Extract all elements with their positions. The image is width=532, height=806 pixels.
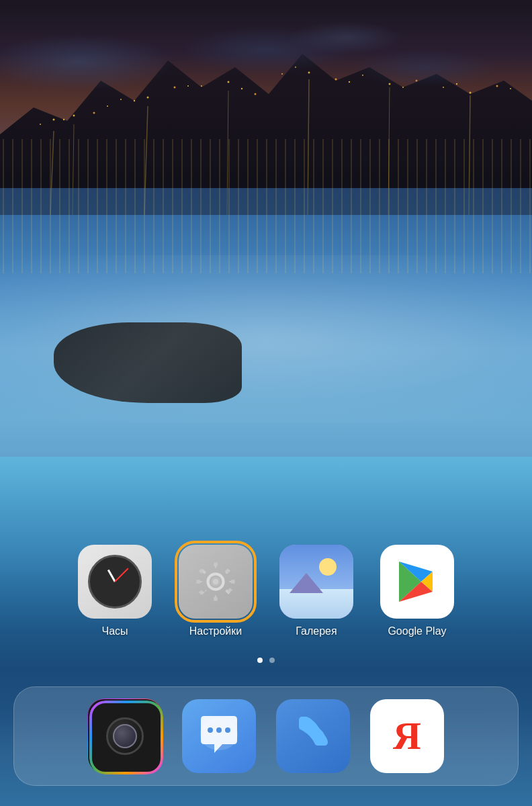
dock-messages-wrapper[interactable] [182, 699, 256, 773]
app-clock-label: Часы [101, 625, 128, 637]
dock-yandex-icon[interactable]: Я [370, 699, 444, 773]
dock-camera-wrapper[interactable] [88, 699, 162, 773]
dock-phone-icon[interactable] [276, 699, 350, 773]
svg-point-40 [213, 579, 218, 584]
app-gallery-wrapper[interactable]: Галерея [279, 545, 353, 637]
svg-point-45 [225, 727, 230, 733]
app-google-play-wrapper[interactable]: Google Play [380, 545, 454, 637]
rainbow-border [89, 701, 163, 774]
gallery-mountain [290, 573, 323, 593]
app-settings-label: Настройки [189, 625, 242, 637]
home-screen: Часы Настройки [0, 0, 532, 806]
page-dot-1 [257, 658, 263, 663]
app-clock-icon[interactable] [78, 545, 152, 619]
gear-icon [193, 559, 238, 604]
yandex-letter: Я [393, 717, 421, 756]
messages-bubble-svg [195, 713, 242, 760]
svg-rect-41 [91, 702, 162, 773]
dock-camera-icon[interactable] [88, 699, 162, 773]
app-gallery-icon[interactable] [279, 545, 353, 619]
clock-minute-hand [114, 568, 128, 582]
play-logo-svg [396, 558, 439, 605]
app-google-play-label: Google Play [388, 625, 446, 637]
svg-point-43 [208, 727, 213, 733]
app-settings-icon[interactable] [179, 545, 253, 619]
app-google-play-icon[interactable] [380, 545, 454, 619]
page-indicators [0, 658, 532, 663]
clock-face [88, 555, 142, 609]
app-grid: Часы Настройки [0, 545, 532, 637]
dock-yandex-wrapper[interactable]: Я [370, 699, 444, 773]
app-settings-wrapper[interactable]: Настройки [179, 545, 253, 637]
gallery-inner [279, 545, 353, 619]
app-gallery-label: Галерея [296, 625, 337, 637]
svg-point-44 [216, 727, 222, 733]
gallery-ground [279, 589, 353, 619]
dock-messages-icon[interactable] [182, 699, 256, 773]
page-dot-2 [269, 658, 275, 663]
dock-phone-wrapper[interactable] [276, 699, 350, 773]
dock: Я [13, 686, 519, 786]
app-clock-wrapper[interactable]: Часы [78, 545, 152, 637]
phone-svg [292, 713, 334, 759]
